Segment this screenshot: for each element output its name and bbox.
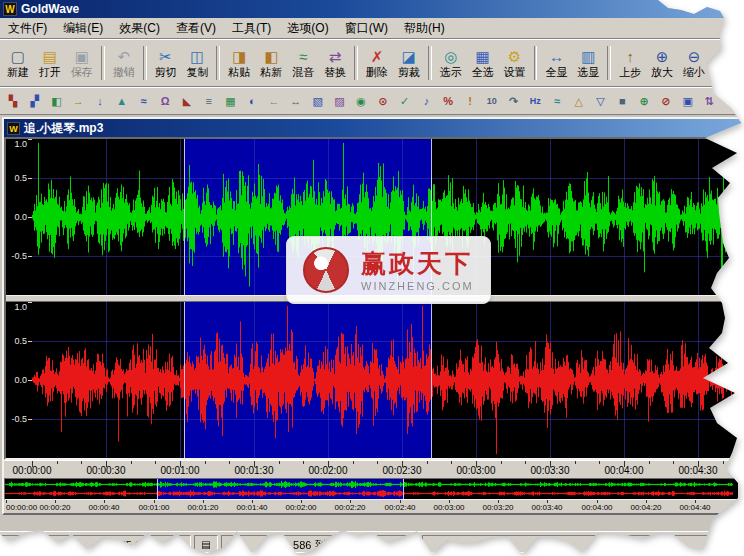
show-all-icon: ↔ [549, 48, 564, 66]
settings-label: 设置 [504, 66, 526, 79]
amplitude-tick [28, 419, 32, 420]
secondary-toolbar: ▚▞◧→↓▲≈Ω◣≡▦◐←↔▧▨◉⊙✓♪%!10↷Hz≈△▽■⊕⊘▣⇅∞ [0, 87, 744, 115]
half-circle-icon[interactable]: ◐ [241, 91, 263, 112]
hz-icon[interactable]: Hz [524, 91, 546, 112]
triangle-down-icon[interactable]: ▽ [590, 91, 612, 112]
plus-circle-icon[interactable]: ⊕ [633, 91, 655, 112]
mix-icon: ≈ [299, 48, 307, 66]
save-button: ▣保存 [66, 42, 98, 84]
menu-item-h[interactable]: 帮助(H) [396, 18, 453, 39]
overview-time-label: 00:00:20 [39, 503, 70, 512]
omega-icon[interactable]: Ω [154, 91, 176, 112]
zoom-selection-button[interactable]: ▥选显 [572, 42, 604, 84]
triangle-up-icon[interactable]: △ [568, 91, 590, 112]
title-bar[interactable]: W GoldWave [0, 0, 744, 18]
red-blocks-icon[interactable]: ▚ [2, 91, 24, 112]
ten-icon[interactable]: 10 [481, 91, 503, 112]
paste-new-button[interactable]: ◧粘新 [255, 42, 287, 84]
main-toolbar: ▢新建▤打开▣保存↶撤销✂剪切◫复制◨粘贴◧粘新≈混音⇄替换✗删除◪剪裁◎选示▦… [0, 39, 744, 87]
amplitude-label: 1.0 [14, 303, 27, 312]
time-tick-minor [131, 461, 132, 464]
menu-item-c[interactable]: 效果(C) [111, 18, 168, 39]
undo-icon: ↶ [117, 48, 130, 66]
lines-icon[interactable]: ≡ [198, 91, 220, 112]
new-button[interactable]: ▢新建 [2, 42, 34, 84]
document-title: 追.小提琴.mp3 [24, 120, 103, 137]
show-all-button[interactable]: ↔全显 [540, 42, 572, 84]
delete-icon: ✗ [371, 48, 384, 66]
arrow-right-icon[interactable]: → [67, 91, 89, 112]
infinity-icon[interactable]: ∞ [720, 91, 742, 112]
trim-icon: ◪ [402, 48, 416, 66]
dot-circle-icon[interactable]: ⊙ [372, 91, 394, 112]
copy-button[interactable]: ◫复制 [181, 42, 213, 84]
time-tick-minor [57, 461, 58, 464]
overview-time-axis: 00:00:0000:00:2000:00:4000:01:0000:01:20… [4, 500, 740, 513]
time-tick-minor [353, 461, 354, 464]
overview-time-label: 00:00:40 [88, 503, 119, 512]
time-axis[interactable]: 00:00:0000:00:3000:01:0000:01:3000:02:00… [4, 460, 740, 476]
cut-button[interactable]: ✂剪切 [150, 42, 182, 84]
show-selection-button[interactable]: ◎选示 [435, 42, 467, 84]
menu-item-w[interactable]: 窗口(W) [337, 18, 396, 39]
overview-time-label: 00:01:20 [187, 503, 218, 512]
target-icon[interactable]: ◉ [350, 91, 372, 112]
menu-item-f[interactable]: 文件(F) [0, 18, 55, 39]
wave-alt-icon[interactable]: ≈ [546, 91, 568, 112]
amplitude-tick [28, 178, 32, 179]
slash-circle-icon[interactable]: ⊘ [655, 91, 677, 112]
arrow-left-icon[interactable]: ← [263, 91, 285, 112]
square-icon[interactable]: ■ [611, 91, 633, 112]
status-mode-icon[interactable]: ▤ [194, 535, 218, 553]
time-label: 00:03:00 [457, 465, 496, 476]
time-tick-minor [303, 461, 304, 464]
goldwave-window: W GoldWave 文件(F)编辑(E)效果(C)查看(V)工具(T)选项(O… [0, 0, 744, 556]
document-title-bar[interactable]: W 追.小提琴.mp3 [4, 119, 740, 137]
hatch-icon[interactable]: ▧ [307, 91, 329, 112]
zoom-1-1-button[interactable]: 1:11:1 [710, 42, 742, 84]
exclaim-icon[interactable]: ! [459, 91, 481, 112]
zoom-1-1-icon: 1:1 [719, 48, 733, 66]
arrow-both-icon[interactable]: ↔ [285, 91, 307, 112]
blue-blocks-icon[interactable]: ▞ [24, 91, 46, 112]
menu-item-t[interactable]: 工具(T) [224, 18, 279, 39]
time-tick-minor [673, 461, 674, 464]
zoom-in-button[interactable]: ⊕放大 [646, 42, 678, 84]
zoom-in-icon: ⊕ [656, 48, 669, 66]
zoom-previous-icon: ↑ [626, 48, 634, 66]
menu-item-e[interactable]: 编辑(E) [55, 18, 111, 39]
wave-icon[interactable]: ≈ [133, 91, 155, 112]
zoom-previous-label: 上步 [619, 66, 641, 79]
menu-item-v[interactable]: 查看(V) [168, 18, 224, 39]
grid-icon[interactable]: ▦ [220, 91, 242, 112]
boxed-square-icon[interactable]: ▣ [677, 91, 699, 112]
overview-waveform[interactable] [5, 479, 733, 499]
time-tick-minor [279, 461, 280, 464]
triangle-icon[interactable]: ▲ [111, 91, 133, 112]
settings-button[interactable]: ⚙设置 [499, 42, 531, 84]
arrows-updown-icon[interactable]: ⇅ [699, 91, 721, 112]
hatch-alt-icon[interactable]: ▨ [328, 91, 350, 112]
redo-arc-icon[interactable]: ↷ [503, 91, 525, 112]
note-icon[interactable]: ♪ [416, 91, 438, 112]
right-channel-waveform[interactable] [32, 302, 738, 458]
zoom-out-button[interactable]: ⊖缩小 [678, 42, 710, 84]
mix-button[interactable]: ≈混音 [287, 42, 319, 84]
menu-item-o[interactable]: 选项(O) [279, 18, 336, 39]
select-all-button[interactable]: ▦全选 [467, 42, 499, 84]
paste-icon: ◨ [232, 48, 246, 66]
half-square-icon[interactable]: ◧ [46, 91, 68, 112]
paste-new-label: 粘新 [260, 66, 282, 79]
percent-icon[interactable]: % [437, 91, 459, 112]
delete-button[interactable]: ✗删除 [361, 42, 393, 84]
overview-panel [4, 478, 740, 500]
zoom-previous-button[interactable]: ↑上步 [614, 42, 646, 84]
time-tick-minor [377, 461, 378, 464]
arrow-down-icon[interactable]: ↓ [89, 91, 111, 112]
replace-button[interactable]: ⇄替换 [319, 42, 351, 84]
check-icon[interactable]: ✓ [394, 91, 416, 112]
open-button[interactable]: ▤打开 [34, 42, 66, 84]
trim-button[interactable]: ◪剪裁 [393, 42, 425, 84]
corner-icon[interactable]: ◣ [176, 91, 198, 112]
paste-button[interactable]: ◨粘贴 [223, 42, 255, 84]
